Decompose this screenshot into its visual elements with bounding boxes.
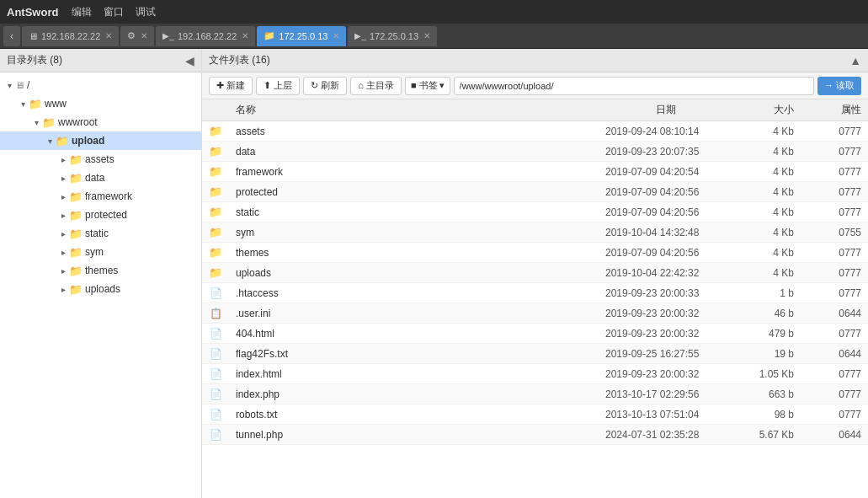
tree-item-sym[interactable]: ▸📁sym (0, 243, 201, 261)
tab-connection-1-icon: 🖥 (29, 31, 38, 41)
tree-label-assets: assets (85, 153, 114, 165)
file-name: uploads (229, 263, 599, 283)
tab-terminal-1[interactable]: ▶_ 192.168.22.22 ✕ (156, 26, 255, 46)
file-size: 479 b (733, 324, 801, 344)
file-attr: 0777 (801, 283, 868, 303)
goto-button[interactable]: → 读取 (817, 77, 861, 95)
left-panel-collapse-btn[interactable]: ◀ (185, 54, 194, 67)
col-icon (202, 99, 229, 121)
bookmark-dropdown[interactable]: ■ 书签 ▾ (405, 77, 450, 95)
table-row[interactable]: 📄index.html2019-09-23 20:00:321.05 Kb077… (202, 364, 868, 384)
tree-item-static[interactable]: ▸📁static (0, 224, 201, 243)
table-row[interactable]: 📄flag42Fs.txt2019-09-25 16:27:5519 b0644 (202, 344, 868, 364)
tab-terminal-2-close[interactable]: ✕ (423, 31, 430, 40)
tab-connection-1[interactable]: 🖥 192.168.22.22 ✕ (22, 26, 119, 46)
file-size: 4 Kb (733, 222, 801, 243)
table-row[interactable]: 📄404.html2019-09-23 20:00:32479 b0777 (202, 324, 868, 344)
menu-edit[interactable]: 编辑 (72, 5, 92, 19)
col-name[interactable]: 名称 (229, 99, 599, 121)
tab-settings[interactable]: ⚙ ✕ (120, 26, 154, 46)
file-attr: 0777 (801, 324, 868, 344)
tree-icon-assets: 📁 (69, 153, 83, 166)
generic-file-icon: 📄 (210, 287, 222, 299)
table-row[interactable]: 📄tunnel.php2024-07-31 02:35:285.67 Kb064… (202, 425, 868, 445)
file-icon-cell: 📁 (202, 182, 229, 202)
table-row[interactable]: 📄index.php2013-10-17 02:29:56663 b0777 (202, 384, 868, 404)
table-row[interactable]: 📄robots.txt2013-10-13 07:51:0498 b0777 (202, 404, 868, 425)
tree-item-upload[interactable]: ▾📁upload (0, 131, 201, 150)
tab-terminal-1-close[interactable]: ✕ (242, 31, 248, 40)
col-attr[interactable]: 属性 (801, 99, 868, 121)
table-row[interactable]: 📁uploads2019-10-04 22:42:324 Kb0777 (202, 263, 868, 283)
file-icon-cell: 📁 (202, 222, 229, 243)
tree-item-uploads[interactable]: ▸📁uploads (0, 280, 201, 298)
tree-item-themes[interactable]: ▸📁themes (0, 261, 201, 280)
table-row[interactable]: 📁protected2019-07-09 04:20:564 Kb0777 (202, 182, 868, 202)
file-size: 1 b (733, 283, 801, 303)
col-size[interactable]: 大小 (733, 99, 801, 121)
table-row[interactable]: 📁assets2019-09-24 08:10:144 Kb0777 (202, 121, 868, 142)
file-attr: 0777 (801, 121, 868, 142)
menu-debug[interactable]: 调试 (136, 5, 156, 19)
main-layout: 目录列表 (8) ◀ ▾🖥/▾📁www▾📁wwwroot▾📁upload▸📁as… (0, 49, 868, 498)
file-date: 2019-09-23 20:00:32 (599, 303, 733, 324)
table-row[interactable]: 📄.htaccess2019-09-23 20:00:331 b0777 (202, 283, 868, 303)
tree-item-framework[interactable]: ▸📁framework (0, 187, 201, 206)
tab-terminal-2[interactable]: ▶_ 172.25.0.13 ✕ (348, 26, 437, 46)
menu-window[interactable]: 窗口 (104, 5, 124, 19)
tree-item-wwwroot[interactable]: ▾📁wwwroot (0, 113, 201, 131)
menu-bar: 编辑 窗口 调试 (72, 5, 156, 19)
left-panel-title: 目录列表 (8) (7, 53, 62, 67)
tree-label-static: static (85, 228, 109, 239)
tree-item-www[interactable]: ▾📁www (0, 94, 201, 113)
table-row[interactable]: 📁sym2019-10-04 14:32:484 Kb0755 (202, 222, 868, 243)
tab-files-close[interactable]: ✕ (333, 31, 339, 40)
file-attr: 0777 (801, 202, 868, 222)
folder-icon: 📁 (209, 145, 222, 158)
table-row[interactable]: 📁themes2019-07-09 04:20:564 Kb0777 (202, 243, 868, 263)
file-name: themes (229, 243, 599, 263)
tab-nav-left[interactable]: ‹ (3, 26, 20, 46)
file-size: 4 Kb (733, 202, 801, 222)
new-button[interactable]: ✚ 新建 (209, 77, 253, 95)
file-attr: 0777 (801, 142, 868, 162)
tab-connection-1-close[interactable]: ✕ (105, 31, 112, 40)
file-date: 2019-10-04 14:32:48 (599, 222, 733, 243)
table-row[interactable]: 📁framework2019-07-09 04:20:544 Kb0777 (202, 162, 868, 182)
file-name: index.php (229, 384, 599, 404)
tree-icon-root: 🖥 (15, 79, 24, 91)
file-attr: 0644 (801, 344, 868, 364)
refresh-button[interactable]: ↻ 刷新 (303, 77, 347, 95)
file-date: 2019-09-23 20:00:33 (599, 283, 733, 303)
tab-files[interactable]: 📁 172.25.0.13 ✕ (257, 26, 346, 46)
file-attr: 0777 (801, 384, 868, 404)
tree-item-root[interactable]: ▾🖥/ (0, 76, 201, 94)
path-input[interactable] (454, 77, 814, 95)
right-panel-collapse-btn[interactable]: ▲ (849, 54, 861, 67)
file-icon-cell: 📁 (202, 121, 229, 142)
tree-item-assets[interactable]: ▸📁assets (0, 150, 201, 169)
file-date: 2019-09-24 08:10:14 (599, 121, 733, 142)
file-attr: 0777 (801, 162, 868, 182)
up-button[interactable]: ⬆ 上层 (256, 77, 300, 95)
file-attr: 0777 (801, 243, 868, 263)
doc-file-icon: 📋 (210, 308, 222, 319)
file-size: 4 Kb (733, 142, 801, 162)
col-date[interactable]: 日期 (599, 99, 733, 121)
table-row[interactable]: 📁static2019-07-09 04:20:564 Kb0777 (202, 202, 868, 222)
tab-settings-close[interactable]: ✕ (141, 31, 147, 40)
file-icon-cell: 📄 (202, 425, 229, 445)
file-attr: 0755 (801, 222, 868, 243)
tree-item-protected[interactable]: ▸📁protected (0, 206, 201, 224)
file-attr: 0777 (801, 263, 868, 283)
html-file-icon: 📄 (210, 328, 222, 340)
table-row[interactable]: 📁data2019-09-23 20:07:354 Kb0777 (202, 142, 868, 162)
home-button[interactable]: ⌂ 主目录 (350, 77, 402, 95)
file-date: 2019-07-09 04:20:56 (599, 243, 733, 263)
tab-terminal-2-label: 172.25.0.13 (370, 31, 418, 41)
tree-label-protected: protected (85, 209, 127, 221)
table-row[interactable]: 📋.user.ini2019-09-23 20:00:3246 b0644 (202, 303, 868, 324)
tree-item-data[interactable]: ▸📁data (0, 169, 201, 187)
tree-toggle-themes: ▸ (57, 266, 69, 276)
tree-toggle-assets: ▸ (57, 155, 69, 164)
